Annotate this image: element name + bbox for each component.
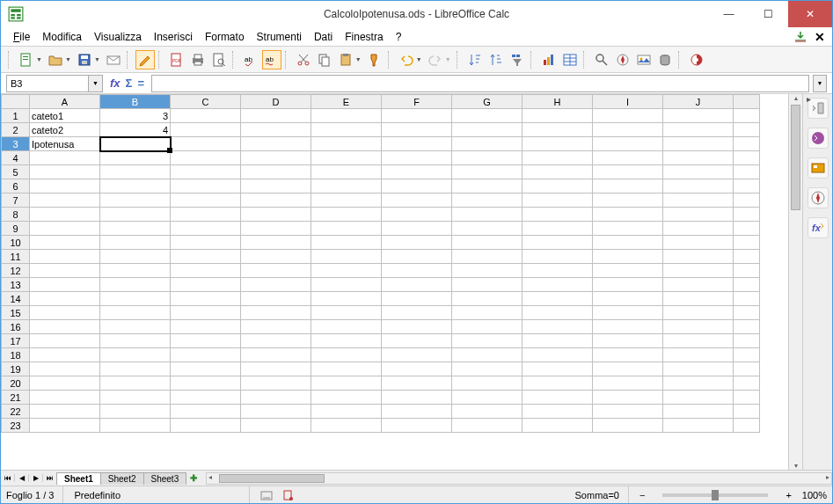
cell[interactable]	[452, 278, 522, 292]
cell[interactable]	[593, 208, 663, 222]
cell[interactable]	[382, 222, 452, 236]
menu-formato[interactable]: Formato	[200, 29, 250, 45]
cell[interactable]	[241, 236, 311, 250]
cell[interactable]	[241, 306, 311, 320]
menu-file[interactable]: File	[8, 29, 35, 45]
cell[interactable]	[593, 334, 663, 348]
print-button[interactable]	[188, 50, 208, 69]
row-header[interactable]: 17	[2, 334, 30, 348]
cell[interactable]	[663, 109, 734, 123]
row-header[interactable]: 3	[2, 137, 30, 151]
cell[interactable]	[382, 419, 452, 433]
cell[interactable]	[171, 109, 241, 123]
cell[interactable]	[171, 208, 241, 222]
row-header[interactable]: 18	[2, 348, 30, 362]
cell[interactable]	[171, 306, 241, 320]
cell[interactable]	[171, 250, 241, 264]
autofilter-button[interactable]	[508, 50, 527, 69]
cell[interactable]	[663, 194, 734, 208]
cell[interactable]	[30, 334, 100, 348]
cell[interactable]	[522, 151, 593, 165]
cell[interactable]	[311, 151, 382, 165]
cell[interactable]	[241, 278, 311, 292]
cell[interactable]	[382, 250, 452, 264]
cell[interactable]	[452, 109, 522, 123]
cell[interactable]	[663, 292, 734, 306]
menu-modifica[interactable]: Modifica	[37, 29, 87, 45]
row-header[interactable]: 9	[2, 222, 30, 236]
cell[interactable]	[522, 222, 593, 236]
cell[interactable]	[30, 278, 100, 292]
cell[interactable]	[241, 362, 311, 376]
cell[interactable]	[593, 250, 663, 264]
cell[interactable]	[241, 264, 311, 278]
cell[interactable]	[311, 376, 382, 391]
cell[interactable]	[593, 320, 663, 334]
cell[interactable]	[663, 179, 734, 194]
cell[interactable]	[663, 419, 734, 433]
cell[interactable]: cateto1	[30, 109, 100, 123]
cell[interactable]	[593, 306, 663, 320]
cell[interactable]	[522, 348, 593, 362]
cell[interactable]	[311, 236, 382, 250]
cell[interactable]	[311, 222, 382, 236]
spellcheck-button[interactable]: ab	[241, 50, 260, 69]
row-header[interactable]: 1	[2, 109, 30, 123]
cell[interactable]	[382, 348, 452, 362]
cut-button[interactable]	[294, 50, 313, 69]
cell[interactable]	[522, 391, 593, 405]
cell[interactable]	[171, 236, 241, 250]
cell[interactable]	[30, 151, 100, 165]
styles-icon[interactable]	[807, 128, 829, 149]
cell[interactable]	[100, 250, 171, 264]
cell[interactable]	[593, 109, 663, 123]
help-button[interactable]	[687, 50, 706, 69]
cell[interactable]	[311, 362, 382, 376]
cell[interactable]	[382, 278, 452, 292]
new-button[interactable]	[17, 50, 36, 69]
edit-button[interactable]	[135, 50, 155, 69]
cell[interactable]	[311, 179, 382, 194]
cell[interactable]	[452, 151, 522, 165]
cell[interactable]	[241, 194, 311, 208]
zoom-in-button[interactable]: +	[786, 490, 791, 500]
cell[interactable]	[382, 151, 452, 165]
cell[interactable]	[241, 292, 311, 306]
add-sheet-button[interactable]: ✚	[186, 473, 201, 483]
cell[interactable]	[663, 250, 734, 264]
cell[interactable]	[171, 320, 241, 334]
chart-button[interactable]	[539, 50, 559, 69]
function-wizard-icon[interactable]: fx	[110, 77, 121, 90]
cell[interactable]	[382, 391, 452, 405]
cell[interactable]: Ipotenusa	[30, 137, 100, 151]
cell[interactable]	[382, 376, 452, 391]
cell[interactable]	[593, 264, 663, 278]
close-document-button[interactable]: ✕	[815, 30, 825, 44]
cell[interactable]	[30, 179, 100, 194]
download-icon[interactable]	[793, 30, 807, 44]
save-button[interactable]	[75, 50, 94, 69]
cell[interactable]	[100, 179, 171, 194]
cell[interactable]	[30, 348, 100, 362]
row-header[interactable]: 10	[2, 236, 30, 250]
cell[interactable]	[663, 264, 734, 278]
cell[interactable]	[452, 348, 522, 362]
cell[interactable]	[241, 165, 311, 179]
cell[interactable]	[311, 194, 382, 208]
redo-dropdown-icon[interactable]: ▼	[445, 56, 451, 62]
cell[interactable]	[311, 264, 382, 278]
status-sheet[interactable]: Foglio 1 / 3	[6, 486, 63, 503]
zoom-out-button[interactable]: −	[639, 490, 645, 500]
cell[interactable]	[100, 391, 171, 405]
zoom-slider[interactable]	[662, 493, 768, 497]
cell[interactable]	[30, 320, 100, 334]
new-dropdown-icon[interactable]: ▼	[36, 56, 42, 62]
cell[interactable]	[100, 348, 171, 362]
row-header[interactable]: 8	[2, 208, 30, 222]
insert-mode-icon[interactable]	[281, 489, 294, 501]
cell[interactable]	[30, 306, 100, 320]
navigator-sidebar-icon[interactable]	[807, 187, 829, 208]
cell[interactable]	[171, 264, 241, 278]
cell[interactable]	[241, 137, 311, 151]
cell[interactable]	[311, 348, 382, 362]
